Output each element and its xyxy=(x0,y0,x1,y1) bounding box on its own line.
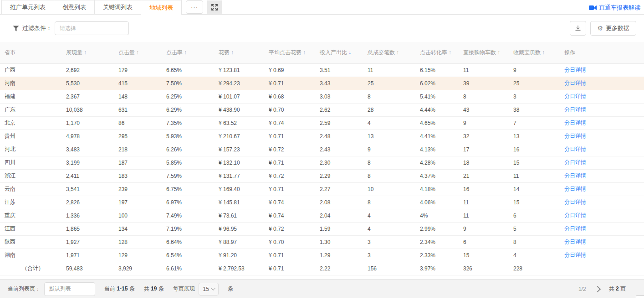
value-cell: ¥ 0.72 xyxy=(264,169,315,182)
table-row: 广西2,6921796.65%¥ 123.81¥ 0.693.51116.15%… xyxy=(0,63,644,77)
column-header: 省市 xyxy=(0,42,61,63)
daily-detail-link[interactable]: 分日详情 xyxy=(564,225,586,232)
value-cell: 2.04 xyxy=(315,209,363,222)
tab-keyword[interactable]: 关键词列表 xyxy=(94,0,141,15)
column-header[interactable]: 投入产出比↓ xyxy=(315,42,363,63)
value-cell: ¥ 0.71 xyxy=(264,77,315,90)
sort-asc-icon[interactable]: ↑ xyxy=(136,49,139,56)
value-cell: 4,978 xyxy=(61,130,114,143)
column-header[interactable]: 点击率↑ xyxy=(162,42,214,63)
table-body: 广西2,6921796.65%¥ 123.81¥ 0.693.51116.15%… xyxy=(0,63,644,275)
column-header[interactable]: 平均点击花费↑ xyxy=(264,42,315,63)
daily-detail-link[interactable]: 分日详情 xyxy=(564,93,586,99)
value-cell: 1,170 xyxy=(61,116,114,130)
daily-detail-link[interactable]: 分日详情 xyxy=(564,252,586,258)
value-cell: ¥ 0.70 xyxy=(264,235,315,249)
more-tabs-button[interactable]: ··· xyxy=(186,0,203,14)
column-header[interactable]: 收藏宝贝数↑ xyxy=(509,42,560,63)
value-cell: 3,483 xyxy=(61,143,114,156)
daily-detail-link[interactable]: 分日详情 xyxy=(564,239,586,245)
list-name-input[interactable] xyxy=(44,282,95,296)
value-cell: 3.97% xyxy=(415,262,459,275)
value-cell: 326 xyxy=(459,262,509,275)
daily-detail-link[interactable]: 分日详情 xyxy=(564,67,586,73)
province-cell: 江苏 xyxy=(0,196,61,209)
value-cell: ¥ 157.23 xyxy=(214,143,264,156)
table-row: 贵州4,9782955.93%¥ 210.67¥ 0.712.48134.41%… xyxy=(0,130,644,143)
sort-asc-icon[interactable]: ↑ xyxy=(231,49,234,56)
action-cell: 分日详情 xyxy=(560,222,644,235)
daily-detail-link[interactable]: 分日详情 xyxy=(564,172,586,179)
value-cell: 16 xyxy=(459,182,509,196)
daily-detail-link[interactable]: 分日详情 xyxy=(564,186,586,192)
value-cell: 5.85% xyxy=(162,156,214,169)
value-cell: 1,971 xyxy=(61,249,114,262)
value-cell: ¥ 438.90 xyxy=(214,103,264,116)
value-cell: 43 xyxy=(459,103,509,116)
value-cell: 6.65% xyxy=(162,63,214,77)
value-cell: ¥ 0.68 xyxy=(264,90,315,103)
per-page-select[interactable]: 15 xyxy=(199,283,219,296)
column-header[interactable]: 总成交笔数↑ xyxy=(363,42,415,63)
daily-detail-link[interactable]: 分日详情 xyxy=(564,80,586,86)
tab-region[interactable]: 地域列表 xyxy=(141,0,182,15)
daily-detail-link[interactable]: 分日详情 xyxy=(564,106,586,113)
action-cell xyxy=(560,262,644,275)
report-guide-link[interactable]: 直通车报表解读 xyxy=(589,4,640,12)
value-cell: 2.48 xyxy=(315,130,363,143)
floating-widget-partial[interactable] xyxy=(636,296,644,306)
sort-asc-icon[interactable]: ↑ xyxy=(449,49,451,56)
province-cell: 广西 xyxy=(0,63,61,77)
table-row: 重庆1,3361007.49%¥ 73.61¥ 0.742.0444%116分日… xyxy=(0,209,644,222)
value-cell: 4.13% xyxy=(415,143,459,156)
action-cell: 分日详情 xyxy=(560,196,644,209)
value-cell: 239 xyxy=(114,182,162,196)
daily-detail-link[interactable]: 分日详情 xyxy=(564,212,586,218)
table-row: 江苏2,8261976.97%¥ 145.81¥ 0.742.0884.06%1… xyxy=(0,196,644,209)
sort-asc-icon[interactable]: ↑ xyxy=(184,49,187,56)
column-header[interactable]: 点击转化率↑ xyxy=(415,42,459,63)
column-header[interactable]: 展现量↑ xyxy=(61,42,114,63)
value-cell: 59,483 xyxy=(61,262,114,275)
value-cell: 21 xyxy=(459,169,509,182)
tab-creative[interactable]: 创意列表 xyxy=(54,0,95,15)
more-data-button[interactable]: ⚙ 更多数据 xyxy=(590,21,636,36)
sort-asc-icon[interactable]: ↑ xyxy=(303,49,306,56)
column-header[interactable]: 点击量↑ xyxy=(114,42,162,63)
value-cell: 8 xyxy=(363,169,415,182)
value-cell: 156 xyxy=(363,262,415,275)
value-cell: ¥ 123.81 xyxy=(214,63,264,77)
daily-detail-link[interactable]: 分日详情 xyxy=(564,199,586,205)
daily-detail-link[interactable]: 分日详情 xyxy=(564,119,586,126)
filter-select-input[interactable] xyxy=(55,21,129,35)
column-header[interactable]: 花费↑ xyxy=(214,42,264,63)
column-header[interactable]: 直接购物车数↑ xyxy=(459,42,509,63)
column-header-label: 点击量 xyxy=(118,49,135,56)
value-cell: 6.61% xyxy=(162,262,214,275)
filter-label: 过滤条件： xyxy=(22,24,52,32)
sort-asc-icon[interactable]: ↑ xyxy=(497,49,500,56)
sort-asc-icon[interactable]: ↑ xyxy=(84,49,87,56)
daily-detail-link[interactable]: 分日详情 xyxy=(564,133,586,139)
value-cell: 3 xyxy=(363,235,415,249)
pages-total-text: 共 2 页 xyxy=(609,285,626,293)
download-button[interactable] xyxy=(570,21,586,36)
value-cell: 2.59 xyxy=(315,116,363,130)
value-cell: 6.54% xyxy=(162,249,214,262)
daily-detail-link[interactable]: 分日详情 xyxy=(564,146,586,152)
value-cell: 1.29 xyxy=(315,249,363,262)
daily-detail-link[interactable]: 分日详情 xyxy=(564,159,586,166)
value-cell: 6.97% xyxy=(162,196,214,209)
sort-asc-icon[interactable]: ↑ xyxy=(542,49,545,56)
value-cell: 2.62 xyxy=(315,103,363,116)
value-cell: 9 xyxy=(363,143,415,156)
sort-desc-active-icon[interactable]: ↓ xyxy=(348,49,351,56)
value-cell: 4.28% xyxy=(415,156,459,169)
gear-icon: ⚙ xyxy=(597,25,603,31)
sort-asc-icon[interactable]: ↑ xyxy=(396,49,399,56)
province-cell: 湖南 xyxy=(0,249,61,262)
tab-unit[interactable]: 推广单元列表 xyxy=(1,0,54,15)
value-cell: 4.18% xyxy=(415,182,459,196)
fullscreen-expand-button[interactable] xyxy=(207,0,222,14)
next-page-button[interactable] xyxy=(593,285,602,293)
